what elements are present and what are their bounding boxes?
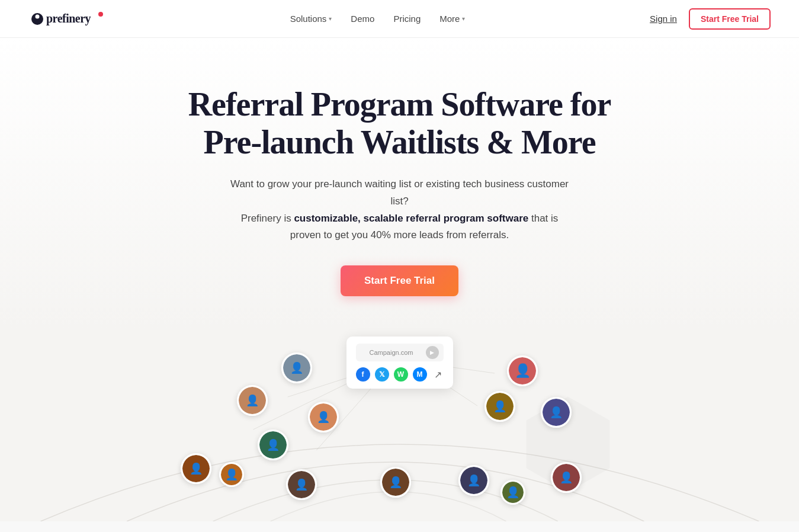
campaign-widget: Campaign.com ▶ f 𝕏 W M ↗: [346, 336, 453, 389]
hero-title: Referral Program Software for Pre-launch…: [188, 85, 611, 162]
svg-text:prefinery: prefinery: [46, 12, 91, 25]
nav-start-free-trial-button[interactable]: Start Free Trial: [689, 8, 771, 30]
nav-actions: Sign in Start Free Trial: [650, 8, 771, 30]
navbar: prefinery Solutions ▾ Demo Pricing More …: [0, 0, 799, 38]
avatar-node: 👤: [281, 352, 312, 383]
hero-illustration: Campaign.com ▶ f 𝕏 W M ↗ 👤 👤 👤 👤: [12, 320, 787, 521]
avatar-node: 👤: [551, 462, 582, 493]
avatar-node: 👤: [308, 402, 339, 432]
avatar-node: 👤: [541, 397, 572, 428]
nav-pricing[interactable]: Pricing: [393, 14, 421, 24]
nav-demo[interactable]: Demo: [351, 14, 374, 24]
cursor-icon: ↗: [434, 369, 442, 380]
campaign-url-row: Campaign.com ▶: [356, 344, 444, 361]
chevron-down-icon: ▾: [462, 15, 465, 22]
signin-link[interactable]: Sign in: [650, 14, 677, 24]
hero-start-free-trial-button[interactable]: Start Free Trial: [341, 265, 458, 296]
nav-solutions[interactable]: Solutions ▾: [290, 14, 332, 24]
avatar-node: 👤: [258, 430, 288, 460]
nav-more[interactable]: More ▾: [439, 14, 465, 24]
play-button[interactable]: ▶: [426, 346, 439, 359]
twitter-icon[interactable]: 𝕏: [375, 367, 389, 382]
avatar-node: 👤: [458, 465, 489, 496]
avatar-node: 👤: [380, 467, 411, 498]
campaign-url-text: Campaign.com: [361, 349, 422, 356]
nav-links: Solutions ▾ Demo Pricing More ▾: [290, 14, 466, 24]
messenger-icon[interactable]: M: [413, 367, 427, 382]
whatsapp-icon[interactable]: W: [394, 367, 408, 382]
avatar-node: 👤: [286, 469, 317, 500]
avatar-node: 👤: [484, 391, 515, 422]
logo[interactable]: prefinery: [28, 8, 105, 30]
facebook-icon[interactable]: f: [356, 367, 370, 382]
svg-point-1: [36, 14, 40, 18]
social-icons-row: f 𝕏 W M ↗: [356, 367, 444, 382]
chevron-down-icon: ▾: [329, 15, 332, 22]
avatar-node: 👤: [237, 385, 268, 416]
hero-subtitle: Want to grow your pre-launch waiting lis…: [228, 176, 572, 245]
svg-point-3: [98, 12, 103, 17]
avatar-node: 👤: [507, 355, 538, 386]
hero-section: Referral Program Software for Pre-launch…: [0, 38, 799, 521]
avatar-node: 👤: [181, 453, 211, 484]
